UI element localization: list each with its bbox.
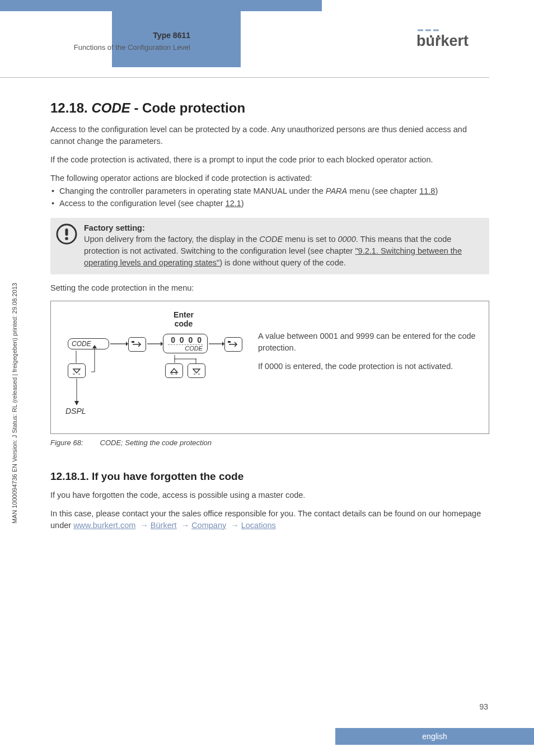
side-metadata: MAN 1000094736 EN Version: J Status: RL … [11, 283, 18, 524]
header-titles: Type 8611 Functions of the Configuration… [0, 31, 190, 52]
burkert-logo: burkert [416, 28, 489, 56]
figure-lead: Setting the code protection in the menu: [50, 282, 489, 294]
list-item: Changing the controller parameters in op… [51, 185, 489, 198]
svg-rect-9 [132, 341, 134, 343]
section-title-rest: - Code protection [130, 100, 245, 115]
homepage-link[interactable]: www.burkert.com [73, 521, 135, 530]
svg-rect-7 [65, 228, 68, 236]
intro-para-1: Access to the configuration level can be… [50, 124, 489, 147]
section-heading: 12.18. CODE - Code protection [50, 100, 489, 116]
enter-button-icon [128, 337, 146, 352]
svg-marker-17 [73, 369, 80, 373]
svg-marker-16 [222, 342, 224, 346]
lcd-value: 0 0 0 0 CODE [163, 334, 208, 353]
subsection-heading: 12.18.1. If you have forgotten the code [50, 470, 489, 483]
svg-text:0...9: 0...9 [171, 372, 177, 375]
chapter-link-11-8[interactable]: 11.8 [419, 186, 435, 195]
forgotten-p2: In this case, please contact your the sa… [50, 508, 489, 531]
crumb-company[interactable]: Company [191, 521, 226, 530]
svg-marker-12 [126, 342, 128, 346]
notice-heading: Factory setting: [84, 223, 481, 232]
svg-point-5 [437, 35, 439, 38]
down-arrow-button-icon [68, 363, 86, 378]
section-title-code: CODE [91, 100, 130, 115]
figure-caption: Figure 68:CODE; Setting the code protect… [50, 438, 489, 447]
notice-text: Upon delivery from the factory, the disp… [84, 234, 481, 269]
svg-marker-14 [161, 342, 163, 346]
svg-point-8 [65, 237, 68, 240]
svg-marker-26 [92, 345, 97, 348]
chapter-link-12-1[interactable]: 12.1 [226, 199, 241, 208]
svg-rect-10 [228, 341, 231, 343]
figure-description: A value between 0001 and 9999 can be ent… [258, 310, 477, 379]
arrow-icon: → [228, 521, 241, 530]
code-label: code [164, 319, 203, 328]
doc-type: Type 8611 [0, 31, 190, 40]
up-arrow-button-icon: 0...9 [165, 363, 183, 378]
section-number: 12.18. [50, 100, 88, 115]
dspl-label: DSPL [65, 407, 86, 416]
code-menu-diagram: Enter code CODE 0 0 0 0 [62, 310, 241, 428]
svg-point-4 [430, 35, 432, 38]
header: Type 8611 Functions of the Configuration… [0, 0, 534, 67]
svg-marker-20 [193, 369, 200, 373]
svg-text:burkert: burkert [416, 32, 469, 49]
language-strip: english [335, 728, 534, 745]
crumb-locations[interactable]: Locations [241, 521, 276, 530]
intro-para-2: If the code protection is activated, the… [50, 154, 489, 166]
lcd-code: CODE [68, 338, 109, 349]
enter-label: Enter [164, 310, 203, 319]
enter-button-icon [224, 337, 242, 352]
forgotten-p1: If you have forgotten the code, access i… [50, 489, 489, 501]
arrow-icon: → [179, 521, 192, 530]
factory-setting-notice: Factory setting: Upon delivery from the … [50, 218, 489, 274]
svg-marker-29 [74, 401, 79, 405]
arrow-icon: → [138, 521, 151, 530]
doc-subtitle: Functions of the Configuration Level [0, 43, 190, 52]
down-arrow-button-icon [188, 363, 205, 378]
blocked-actions-list: Changing the controller parameters in op… [51, 185, 489, 210]
crumb-burkert[interactable]: Bürkert [151, 521, 177, 530]
list-item: Access to the configuration level (see c… [51, 198, 489, 210]
alert-icon [56, 223, 77, 245]
figure-68: Setting the code protection in the menu:… [50, 282, 489, 447]
intro-para-3: The following operator actions are block… [50, 172, 489, 184]
page-number: 93 [479, 702, 488, 711]
